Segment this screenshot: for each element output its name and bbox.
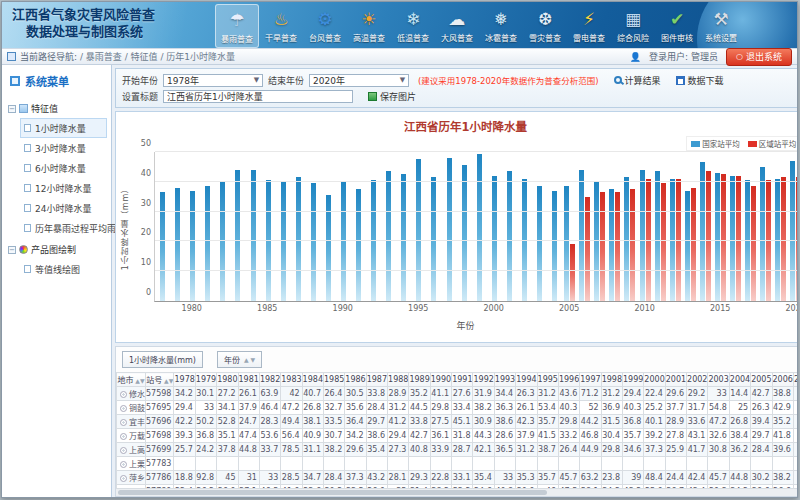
- toolbar-item-暴雨普查[interactable]: ☂暴雨普查: [215, 4, 259, 48]
- measure-filter-button[interactable]: 1小时降水量(mm): [122, 351, 203, 368]
- bar-national-2004[interactable]: [552, 191, 557, 301]
- bar-national-1997[interactable]: [447, 158, 452, 301]
- bar-national-1988[interactable]: [311, 183, 316, 301]
- col-header-year-2001[interactable]: 2001: [665, 373, 686, 387]
- cell-city-上栗[interactable]: 上栗: [117, 457, 146, 471]
- expand-row-icon[interactable]: [120, 419, 127, 426]
- collapse-icon[interactable]: −: [8, 105, 16, 113]
- col-header-year-2002[interactable]: 2002: [687, 373, 708, 387]
- bar-national-1980[interactable]: [190, 191, 195, 301]
- expand-row-icon[interactable]: [120, 475, 127, 482]
- tree-item-6小时降水量[interactable]: 6小时降水量: [20, 158, 107, 178]
- bar-regional-2013[interactable]: [691, 188, 696, 301]
- bar-national-2009[interactable]: [624, 177, 629, 301]
- tree-item-3小时降水量[interactable]: 3小时降水量: [20, 138, 107, 158]
- year-filter-button[interactable]: 年份 ▲ ▼: [217, 351, 262, 368]
- bar-regional-2009[interactable]: [630, 189, 635, 301]
- legend-item-区域站平均[interactable]: 区域站平均: [748, 138, 797, 149]
- toolbar-item-冰雹普查[interactable]: ❅冰雹普查: [479, 4, 523, 48]
- toolbar-item-雷电普查[interactable]: ⚡雷电普查: [567, 4, 611, 48]
- toolbar-item-系统设置[interactable]: ⚒系统设置: [699, 4, 743, 48]
- cell-city-铜鼓[interactable]: 铜鼓: [117, 401, 146, 415]
- col-header-year-1994[interactable]: 1994: [516, 373, 537, 387]
- bar-regional-2014[interactable]: [706, 171, 711, 301]
- col-header-year-2006[interactable]: 2006: [772, 373, 793, 387]
- bar-national-2001[interactable]: [507, 171, 512, 301]
- expand-row-icon[interactable]: [120, 447, 127, 454]
- bar-regional-2007[interactable]: [600, 192, 605, 301]
- expand-row-icon[interactable]: [120, 405, 127, 412]
- col-header-year-1999[interactable]: 1999: [623, 373, 644, 387]
- col-header-year-2004[interactable]: 2004: [729, 373, 750, 387]
- tree-group-header-产品图绘制[interactable]: −产品图绘制: [6, 240, 107, 259]
- col-header-year-1981[interactable]: 1981: [238, 373, 259, 387]
- bar-national-2010[interactable]: [640, 170, 645, 301]
- col-header-year-1995[interactable]: 1995: [537, 373, 558, 387]
- chart-title-input[interactable]: [163, 90, 353, 103]
- col-header-year-1997[interactable]: 1997: [580, 373, 601, 387]
- col-header-year-1979[interactable]: 1979: [195, 373, 216, 387]
- toolbar-item-低温普查[interactable]: ❄低温普查: [391, 4, 435, 48]
- bar-national-1983[interactable]: [235, 170, 240, 301]
- bar-national-2014[interactable]: [700, 162, 705, 301]
- bar-regional-2005[interactable]: [570, 244, 575, 301]
- col-header-year-1988[interactable]: 1988: [388, 373, 409, 387]
- col-header-year-2007[interactable]: 2007: [793, 373, 798, 387]
- col-header-year-1987[interactable]: 1987: [366, 373, 387, 387]
- cell-city-上高[interactable]: 上高: [117, 443, 146, 457]
- bar-regional-2020[interactable]: [796, 177, 798, 301]
- logout-button[interactable]: ○ 退出系统: [726, 48, 792, 66]
- col-header-year-1993[interactable]: 1993: [494, 373, 515, 387]
- cell-city-宜丰[interactable]: 宜丰: [117, 415, 146, 429]
- bar-regional-2016[interactable]: [736, 176, 741, 301]
- bar-national-2016[interactable]: [730, 176, 735, 301]
- bar-national-1978[interactable]: [160, 192, 165, 301]
- col-header-year-1989[interactable]: 1989: [409, 373, 430, 387]
- bar-national-2013[interactable]: [685, 191, 690, 301]
- col-header-year-1986[interactable]: 1986: [345, 373, 366, 387]
- calc-result-button[interactable]: 计算结果: [614, 74, 661, 87]
- toolbar-item-干旱普查[interactable]: ♨干旱普查: [259, 4, 303, 48]
- col-header-year-1983[interactable]: 1983: [281, 373, 302, 387]
- cell-city-修水[interactable]: 修水: [117, 387, 146, 401]
- bar-national-1986[interactable]: [281, 182, 286, 301]
- bar-national-1979[interactable]: [175, 188, 180, 301]
- start-year-select[interactable]: 1978年 ▼: [163, 74, 263, 87]
- tree-item-历年暴雨过程平均雨量[interactable]: 历年暴雨过程平均雨量: [20, 218, 107, 238]
- bar-national-1987[interactable]: [296, 177, 301, 301]
- tree-group-header-特征值[interactable]: −特征值: [6, 99, 107, 118]
- col-header-station[interactable]: 站号 ▲▼: [146, 373, 174, 387]
- bar-national-1982[interactable]: [220, 182, 225, 301]
- bar-regional-2011[interactable]: [661, 183, 666, 301]
- col-header-year-1996[interactable]: 1996: [558, 373, 579, 387]
- collapse-icon[interactable]: −: [8, 246, 16, 254]
- col-header-year-1998[interactable]: 1998: [601, 373, 622, 387]
- toolbar-item-综合风险[interactable]: ▦综合风险: [611, 4, 655, 48]
- expand-row-icon[interactable]: [120, 391, 127, 398]
- end-year-select[interactable]: 2020年 ▼: [309, 74, 409, 87]
- bar-regional-2017[interactable]: [751, 186, 756, 301]
- expand-row-icon[interactable]: [120, 461, 127, 468]
- col-header-city[interactable]: 地市 ▲▼: [117, 373, 146, 387]
- toolbar-item-高温普查[interactable]: ☀高温普查: [347, 4, 391, 48]
- expand-row-icon[interactable]: [120, 433, 127, 440]
- tree-item-等值线绘图[interactable]: 等值线绘图: [20, 259, 107, 279]
- cell-city-萍乡[interactable]: 萍乡: [117, 471, 146, 485]
- bar-national-2011[interactable]: [655, 171, 660, 301]
- col-header-year-1985[interactable]: 1985: [323, 373, 344, 387]
- bar-regional-2015[interactable]: [721, 174, 726, 301]
- bar-national-1999[interactable]: [477, 154, 482, 302]
- bar-regional-2019[interactable]: [781, 177, 786, 301]
- data-download-button[interactable]: 数据下载: [676, 74, 724, 87]
- bar-national-1991[interactable]: [356, 189, 361, 301]
- col-header-year-1978[interactable]: 1978: [174, 373, 195, 387]
- col-header-year-2003[interactable]: 2003: [708, 373, 729, 387]
- toolbar-item-图件审核[interactable]: ✔图件审核: [655, 4, 699, 48]
- bar-national-1984[interactable]: [251, 170, 256, 301]
- bar-national-1993[interactable]: [386, 171, 391, 301]
- bar-national-1981[interactable]: [205, 186, 210, 301]
- save-image-button[interactable]: 保存图片: [368, 90, 416, 103]
- bar-regional-2006[interactable]: [585, 197, 590, 301]
- bar-national-2008[interactable]: [609, 189, 614, 301]
- horizontal-scrollbar[interactable]: [116, 488, 798, 496]
